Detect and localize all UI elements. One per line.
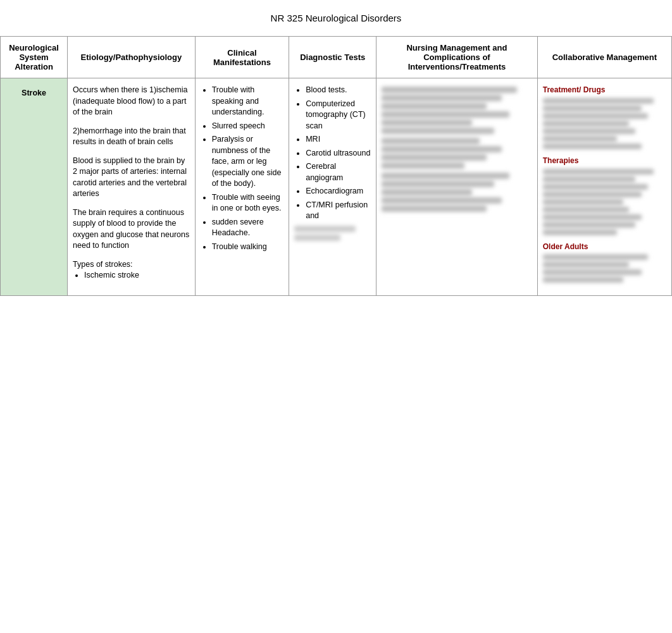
clinical-list: Trouble with speaking and understanding.…	[201, 85, 284, 252]
header-collab: Collaborative Management	[537, 37, 671, 78]
diag-item-7: CT/MRI perfusion and	[306, 200, 371, 222]
diag-item-1: Blood tests.	[306, 85, 371, 96]
diag-item-3: MRI	[306, 134, 371, 145]
diagnostic-list: Blood tests. Computerized tomography (CT…	[294, 85, 371, 222]
clinical-item-1: Trouble with speaking and understanding.	[212, 85, 284, 118]
nursing-blurred-content	[382, 87, 532, 212]
collab-treatment-content	[543, 98, 666, 149]
etio-para-3: Blood is supplied to the brain by 2 majo…	[73, 156, 190, 200]
table-header-row: Neurological System Alteration Etiology/…	[1, 37, 672, 78]
collab-older-section: Older Adults	[543, 242, 666, 283]
diagnostic-cell: Blood tests. Computerized tomography (CT…	[289, 78, 376, 296]
collab-therapies-title: Therapies	[543, 156, 666, 166]
nursing-cell	[376, 78, 538, 296]
collab-therapies-content	[543, 169, 666, 235]
header-diag: Diagnostic Tests	[289, 37, 376, 78]
etio-para-4: The brain requires a continuous supply o…	[73, 207, 190, 252]
etio-types-label: Types of strokes:	[73, 259, 190, 271]
etiology-cell: Occurs when there is 1)ischemia (inadequ…	[68, 78, 196, 296]
stroke-label: Stroke	[22, 89, 46, 97]
etio-type-ischemic: Ischemic stroke	[84, 270, 190, 281]
collab-therapies-section: Therapies	[543, 156, 666, 235]
page-title: NR 325 Neurological Disorders	[0, 0, 672, 36]
etio-para-1: Occurs when there is 1)ischemia (inadequ…	[73, 85, 190, 118]
clinical-item-6: Trouble walking	[212, 242, 284, 253]
collab-cell: Treatment/ Drugs Therapies	[537, 78, 671, 296]
header-nursing: Nursing Management and Complications of …	[376, 37, 538, 78]
clinical-item-3: Paralysis or numbness of the face, arm o…	[212, 134, 284, 190]
collab-treatment-section: Treatment/ Drugs	[543, 85, 666, 149]
header-etio: Etiology/Pathophysiology	[68, 37, 196, 78]
clinical-cell: Trouble with speaking and understanding.…	[195, 78, 289, 296]
diag-blurred	[294, 226, 371, 241]
diag-item-2: Computerized tomography (CT) scan	[306, 99, 371, 132]
clinical-item-2: Slurred speech	[212, 121, 284, 132]
etio-types-list: Ischemic stroke	[73, 270, 190, 281]
header-clinical: Clinical Manifestations	[195, 37, 289, 78]
clinical-item-4: Trouble with seeing in one or both eyes.	[212, 192, 284, 214]
diag-item-6: Echocardiogram	[306, 186, 371, 197]
etio-para-2: 2)hemorrhage into the brain that results…	[73, 126, 190, 148]
stroke-row: Stroke Occurs when there is 1)ischemia (…	[1, 78, 672, 296]
collab-older-content	[543, 254, 666, 283]
collab-older-title: Older Adults	[543, 242, 666, 252]
collab-treatment-title: Treatment/ Drugs	[543, 85, 666, 95]
diag-item-5: Cerebral angiogram	[306, 161, 371, 183]
diag-item-4: Carotid ultrasound	[306, 148, 371, 159]
main-table: Neurological System Alteration Etiology/…	[0, 36, 672, 296]
neuro-alteration-cell: Stroke	[1, 78, 68, 296]
header-neuro: Neurological System Alteration	[1, 37, 68, 78]
clinical-item-5: sudden severe Headache.	[212, 217, 284, 239]
